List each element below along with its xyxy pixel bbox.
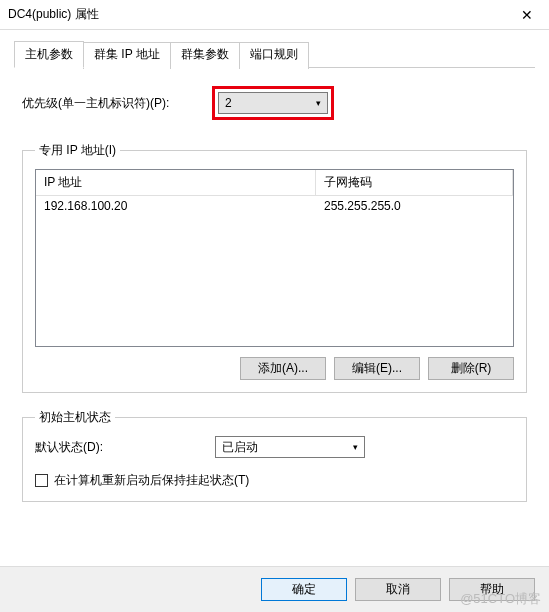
default-state-value: 已启动 — [222, 439, 258, 456]
ip-listview[interactable]: IP 地址 子网掩码 192.168.100.20 255.255.255.0 — [35, 169, 514, 347]
default-state-label: 默认状态(D): — [35, 439, 215, 456]
dedicated-ip-group: 专用 IP 地址(I) IP 地址 子网掩码 192.168.100.20 25… — [22, 142, 527, 393]
edit-button[interactable]: 编辑(E)... — [334, 357, 420, 380]
default-state-row: 默认状态(D): 已启动 ▾ — [35, 436, 514, 458]
listview-header: IP 地址 子网掩码 — [36, 170, 513, 196]
ok-button[interactable]: 确定 — [261, 578, 347, 601]
column-ip[interactable]: IP 地址 — [36, 170, 316, 195]
remove-button[interactable]: 删除(R) — [428, 357, 514, 380]
priority-row: 优先级(单一主机标识符)(P): 2 ▾ — [22, 86, 527, 120]
close-button[interactable]: ✕ — [504, 0, 549, 30]
cell-mask: 255.255.255.0 — [316, 196, 513, 216]
close-icon: ✕ — [521, 7, 533, 23]
column-mask[interactable]: 子网掩码 — [316, 170, 513, 195]
priority-highlight: 2 ▾ — [212, 86, 334, 120]
add-button[interactable]: 添加(A)... — [240, 357, 326, 380]
help-button[interactable]: 帮助 — [449, 578, 535, 601]
cancel-button[interactable]: 取消 — [355, 578, 441, 601]
window-title: DC4(public) 属性 — [8, 6, 504, 23]
dialog-content: 主机参数 群集 IP 地址 群集参数 端口规则 优先级(单一主机标识符)(P):… — [0, 30, 549, 526]
tab-host-params[interactable]: 主机参数 — [14, 41, 84, 68]
cell-ip: 192.168.100.20 — [36, 196, 316, 216]
tab-cluster-ip[interactable]: 群集 IP 地址 — [83, 42, 171, 69]
tab-body: 优先级(单一主机标识符)(P): 2 ▾ 专用 IP 地址(I) IP 地址 子… — [14, 68, 535, 526]
retain-suspend-label: 在计算机重新启动后保持挂起状态(T) — [54, 472, 249, 489]
default-state-combobox[interactable]: 已启动 ▾ — [215, 436, 365, 458]
initial-state-legend: 初始主机状态 — [35, 409, 115, 426]
initial-state-group: 初始主机状态 默认状态(D): 已启动 ▾ 在计算机重新启动后保持挂起状态(T) — [22, 409, 527, 502]
dedicated-ip-legend: 专用 IP 地址(I) — [35, 142, 120, 159]
priority-value: 2 — [225, 96, 232, 110]
titlebar: DC4(public) 属性 ✕ — [0, 0, 549, 30]
priority-label: 优先级(单一主机标识符)(P): — [22, 95, 212, 112]
ip-button-row: 添加(A)... 编辑(E)... 删除(R) — [35, 357, 514, 380]
dialog-footer: 确定 取消 帮助 — [0, 566, 549, 612]
tab-cluster-params[interactable]: 群集参数 — [170, 42, 240, 69]
retain-suspend-row: 在计算机重新启动后保持挂起状态(T) — [35, 472, 514, 489]
priority-combobox[interactable]: 2 ▾ — [218, 92, 328, 114]
chevron-down-icon: ▾ — [353, 442, 358, 452]
retain-suspend-checkbox[interactable] — [35, 474, 48, 487]
chevron-down-icon: ▾ — [316, 98, 321, 108]
tab-strip: 主机参数 群集 IP 地址 群集参数 端口规则 — [14, 40, 535, 68]
list-item[interactable]: 192.168.100.20 255.255.255.0 — [36, 196, 513, 216]
tab-port-rules[interactable]: 端口规则 — [239, 42, 309, 69]
